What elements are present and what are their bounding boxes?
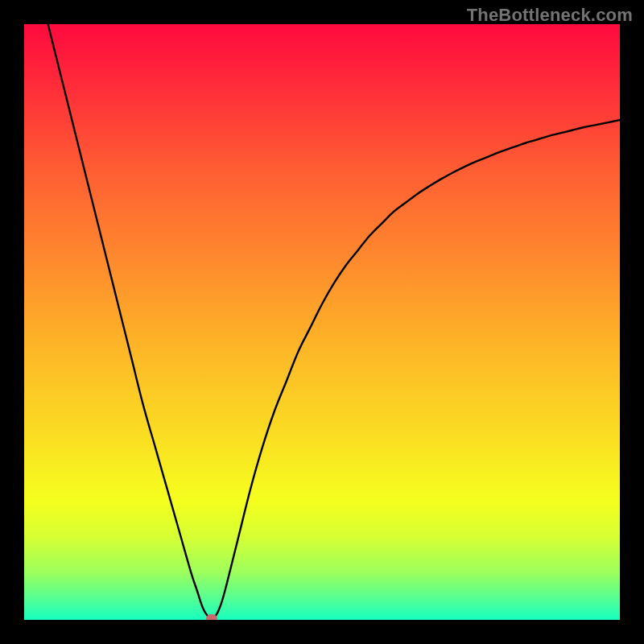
watermark-text: TheBottleneck.com [467,5,633,26]
chart-stage: TheBottleneck.com [0,0,644,644]
bottleneck-curve [24,24,620,620]
optimum-marker [206,614,217,620]
plot-area [24,24,620,620]
